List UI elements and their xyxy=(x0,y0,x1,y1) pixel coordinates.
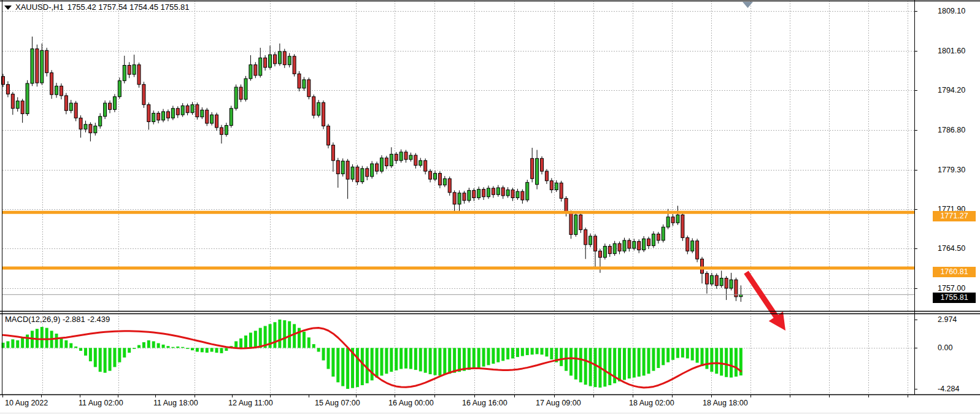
current-bar-ohlc: 1755.42 1757.54 1754.45 1755.81 xyxy=(68,2,190,12)
symbol-dropdown-icon[interactable] xyxy=(4,6,12,10)
price-marker-tag: 1755.81 xyxy=(933,293,976,303)
chart-canvas[interactable] xyxy=(0,0,980,414)
price-axis[interactable] xyxy=(915,0,980,394)
candlestick-series xyxy=(2,37,743,302)
symbol-title: XAUUSD-,H1 1755.42 1757.54 1754.45 1755.… xyxy=(4,2,190,12)
trend-arrow[interactable] xyxy=(746,272,785,331)
macd-histogram xyxy=(2,320,743,389)
price-marker-tag: 1760.81 xyxy=(933,267,976,277)
macd-axis-label: 0.00 xyxy=(938,343,952,352)
price-axis-label: 1801.60 xyxy=(938,47,965,55)
price-axis-label: 1764.50 xyxy=(938,244,965,253)
symbol-timeframe-label: XAUUSD-,H1 xyxy=(15,2,64,12)
chart-window: XAUUSD-,H1 1755.42 1757.54 1754.45 1755.… xyxy=(0,0,980,414)
price-axis-label: 1794.20 xyxy=(938,86,965,94)
price-axis-label: 1757.00 xyxy=(938,284,965,293)
time-axis[interactable] xyxy=(0,395,914,414)
price-axis-label: 1809.10 xyxy=(938,7,965,15)
macd-indicator-label: MACD(12,26,9) -2.881 -2.439 xyxy=(5,315,110,324)
price-marker-tag: 1771.27 xyxy=(933,211,976,221)
chart-shift-icon[interactable] xyxy=(743,2,753,8)
price-axis-label: 1786.80 xyxy=(938,126,965,134)
macd-axis-label: -4.284 xyxy=(938,385,959,393)
price-axis-label: 1779.30 xyxy=(938,166,965,174)
macd-axis-label: 2.974 xyxy=(938,315,957,324)
